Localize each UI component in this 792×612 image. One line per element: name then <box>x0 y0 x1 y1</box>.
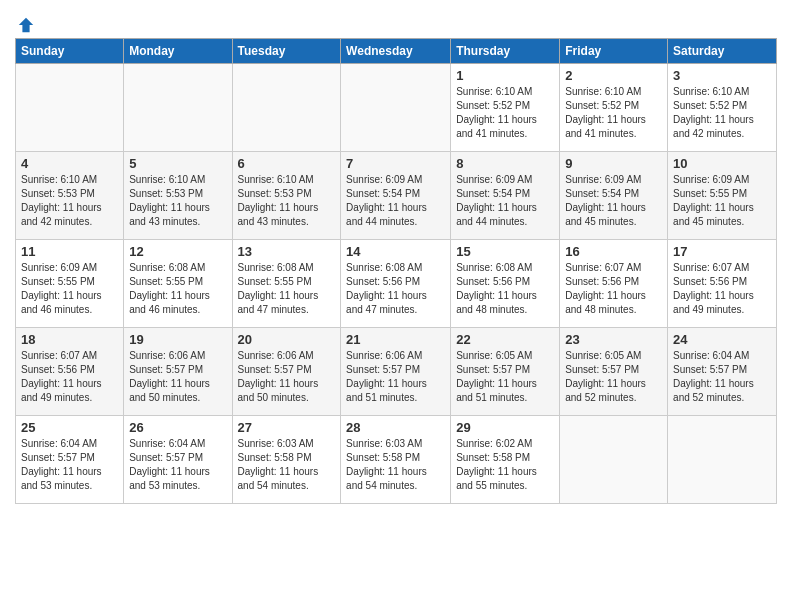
day-cell: 15Sunrise: 6:08 AM Sunset: 5:56 PM Dayli… <box>451 240 560 328</box>
day-info: Sunrise: 6:09 AM Sunset: 5:54 PM Dayligh… <box>565 173 662 229</box>
day-number: 22 <box>456 332 554 347</box>
day-info: Sunrise: 6:10 AM Sunset: 5:53 PM Dayligh… <box>21 173 118 229</box>
day-number: 17 <box>673 244 771 259</box>
day-cell: 27Sunrise: 6:03 AM Sunset: 5:58 PM Dayli… <box>232 416 341 504</box>
day-number: 23 <box>565 332 662 347</box>
day-info: Sunrise: 6:10 AM Sunset: 5:53 PM Dayligh… <box>238 173 336 229</box>
day-number: 7 <box>346 156 445 171</box>
header-row: SundayMondayTuesdayWednesdayThursdayFrid… <box>16 39 777 64</box>
day-cell: 16Sunrise: 6:07 AM Sunset: 5:56 PM Dayli… <box>560 240 668 328</box>
day-info: Sunrise: 6:10 AM Sunset: 5:52 PM Dayligh… <box>673 85 771 141</box>
day-number: 12 <box>129 244 226 259</box>
day-info: Sunrise: 6:09 AM Sunset: 5:54 PM Dayligh… <box>346 173 445 229</box>
day-number: 19 <box>129 332 226 347</box>
day-cell: 23Sunrise: 6:05 AM Sunset: 5:57 PM Dayli… <box>560 328 668 416</box>
day-number: 10 <box>673 156 771 171</box>
day-cell: 3Sunrise: 6:10 AM Sunset: 5:52 PM Daylig… <box>668 64 777 152</box>
day-number: 4 <box>21 156 118 171</box>
day-number: 8 <box>456 156 554 171</box>
day-cell: 12Sunrise: 6:08 AM Sunset: 5:55 PM Dayli… <box>124 240 232 328</box>
day-info: Sunrise: 6:06 AM Sunset: 5:57 PM Dayligh… <box>238 349 336 405</box>
header-cell-saturday: Saturday <box>668 39 777 64</box>
logo-icon <box>17 16 35 34</box>
day-number: 15 <box>456 244 554 259</box>
day-info: Sunrise: 6:05 AM Sunset: 5:57 PM Dayligh… <box>456 349 554 405</box>
day-number: 14 <box>346 244 445 259</box>
week-row-2: 11Sunrise: 6:09 AM Sunset: 5:55 PM Dayli… <box>16 240 777 328</box>
day-number: 16 <box>565 244 662 259</box>
day-info: Sunrise: 6:06 AM Sunset: 5:57 PM Dayligh… <box>129 349 226 405</box>
day-number: 13 <box>238 244 336 259</box>
day-info: Sunrise: 6:08 AM Sunset: 5:55 PM Dayligh… <box>238 261 336 317</box>
day-cell: 18Sunrise: 6:07 AM Sunset: 5:56 PM Dayli… <box>16 328 124 416</box>
logo <box>15 16 35 34</box>
day-number: 28 <box>346 420 445 435</box>
day-number: 9 <box>565 156 662 171</box>
day-info: Sunrise: 6:03 AM Sunset: 5:58 PM Dayligh… <box>238 437 336 493</box>
day-info: Sunrise: 6:04 AM Sunset: 5:57 PM Dayligh… <box>21 437 118 493</box>
day-cell: 22Sunrise: 6:05 AM Sunset: 5:57 PM Dayli… <box>451 328 560 416</box>
day-cell: 13Sunrise: 6:08 AM Sunset: 5:55 PM Dayli… <box>232 240 341 328</box>
day-cell: 14Sunrise: 6:08 AM Sunset: 5:56 PM Dayli… <box>341 240 451 328</box>
week-row-3: 18Sunrise: 6:07 AM Sunset: 5:56 PM Dayli… <box>16 328 777 416</box>
day-number: 5 <box>129 156 226 171</box>
day-info: Sunrise: 6:06 AM Sunset: 5:57 PM Dayligh… <box>346 349 445 405</box>
day-cell <box>668 416 777 504</box>
day-cell: 21Sunrise: 6:06 AM Sunset: 5:57 PM Dayli… <box>341 328 451 416</box>
header-cell-monday: Monday <box>124 39 232 64</box>
day-info: Sunrise: 6:04 AM Sunset: 5:57 PM Dayligh… <box>129 437 226 493</box>
day-info: Sunrise: 6:09 AM Sunset: 5:55 PM Dayligh… <box>21 261 118 317</box>
day-info: Sunrise: 6:08 AM Sunset: 5:56 PM Dayligh… <box>456 261 554 317</box>
day-cell <box>16 64 124 152</box>
day-info: Sunrise: 6:07 AM Sunset: 5:56 PM Dayligh… <box>673 261 771 317</box>
day-number: 3 <box>673 68 771 83</box>
day-number: 2 <box>565 68 662 83</box>
day-info: Sunrise: 6:02 AM Sunset: 5:58 PM Dayligh… <box>456 437 554 493</box>
day-cell: 24Sunrise: 6:04 AM Sunset: 5:57 PM Dayli… <box>668 328 777 416</box>
day-cell <box>232 64 341 152</box>
day-number: 26 <box>129 420 226 435</box>
day-cell: 4Sunrise: 6:10 AM Sunset: 5:53 PM Daylig… <box>16 152 124 240</box>
day-info: Sunrise: 6:10 AM Sunset: 5:52 PM Dayligh… <box>456 85 554 141</box>
day-info: Sunrise: 6:05 AM Sunset: 5:57 PM Dayligh… <box>565 349 662 405</box>
day-cell <box>341 64 451 152</box>
svg-marker-0 <box>19 18 33 32</box>
day-number: 6 <box>238 156 336 171</box>
day-cell <box>124 64 232 152</box>
day-cell: 11Sunrise: 6:09 AM Sunset: 5:55 PM Dayli… <box>16 240 124 328</box>
day-cell: 29Sunrise: 6:02 AM Sunset: 5:58 PM Dayli… <box>451 416 560 504</box>
day-cell <box>560 416 668 504</box>
day-cell: 25Sunrise: 6:04 AM Sunset: 5:57 PM Dayli… <box>16 416 124 504</box>
day-cell: 7Sunrise: 6:09 AM Sunset: 5:54 PM Daylig… <box>341 152 451 240</box>
header-cell-wednesday: Wednesday <box>341 39 451 64</box>
day-number: 18 <box>21 332 118 347</box>
header-cell-tuesday: Tuesday <box>232 39 341 64</box>
day-cell: 8Sunrise: 6:09 AM Sunset: 5:54 PM Daylig… <box>451 152 560 240</box>
header-cell-sunday: Sunday <box>16 39 124 64</box>
day-number: 11 <box>21 244 118 259</box>
header-cell-friday: Friday <box>560 39 668 64</box>
day-cell: 2Sunrise: 6:10 AM Sunset: 5:52 PM Daylig… <box>560 64 668 152</box>
day-info: Sunrise: 6:10 AM Sunset: 5:52 PM Dayligh… <box>565 85 662 141</box>
day-cell: 1Sunrise: 6:10 AM Sunset: 5:52 PM Daylig… <box>451 64 560 152</box>
day-info: Sunrise: 6:04 AM Sunset: 5:57 PM Dayligh… <box>673 349 771 405</box>
calendar-table: SundayMondayTuesdayWednesdayThursdayFrid… <box>15 38 777 504</box>
header-cell-thursday: Thursday <box>451 39 560 64</box>
day-cell: 9Sunrise: 6:09 AM Sunset: 5:54 PM Daylig… <box>560 152 668 240</box>
day-cell: 20Sunrise: 6:06 AM Sunset: 5:57 PM Dayli… <box>232 328 341 416</box>
day-cell: 5Sunrise: 6:10 AM Sunset: 5:53 PM Daylig… <box>124 152 232 240</box>
week-row-1: 4Sunrise: 6:10 AM Sunset: 5:53 PM Daylig… <box>16 152 777 240</box>
day-number: 25 <box>21 420 118 435</box>
day-info: Sunrise: 6:08 AM Sunset: 5:55 PM Dayligh… <box>129 261 226 317</box>
day-number: 27 <box>238 420 336 435</box>
day-cell: 17Sunrise: 6:07 AM Sunset: 5:56 PM Dayli… <box>668 240 777 328</box>
day-info: Sunrise: 6:10 AM Sunset: 5:53 PM Dayligh… <box>129 173 226 229</box>
day-cell: 19Sunrise: 6:06 AM Sunset: 5:57 PM Dayli… <box>124 328 232 416</box>
day-number: 29 <box>456 420 554 435</box>
day-number: 1 <box>456 68 554 83</box>
page-header <box>15 10 777 34</box>
day-info: Sunrise: 6:03 AM Sunset: 5:58 PM Dayligh… <box>346 437 445 493</box>
day-number: 20 <box>238 332 336 347</box>
day-cell: 10Sunrise: 6:09 AM Sunset: 5:55 PM Dayli… <box>668 152 777 240</box>
day-cell: 26Sunrise: 6:04 AM Sunset: 5:57 PM Dayli… <box>124 416 232 504</box>
